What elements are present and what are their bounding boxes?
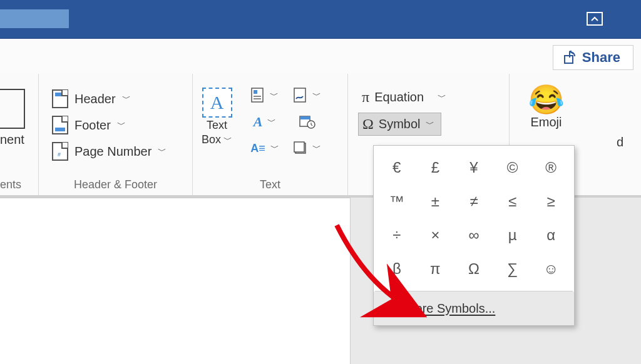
header-button[interactable]: Header ﹀	[49, 86, 136, 111]
chevron-down-icon: ﹀	[312, 143, 321, 154]
equation-button[interactable]: π Equation ﹀	[358, 86, 453, 108]
partial-text-behind-dropdown: d	[617, 135, 623, 149]
symbol-cell[interactable]: £	[416, 151, 455, 185]
comment-label-partial: nent	[0, 133, 24, 147]
svg-rect-11	[294, 142, 304, 152]
quick-parts-icon	[251, 88, 265, 104]
share-bar: Share	[0, 39, 641, 74]
drop-cap-button[interactable]: A≡ ﹀	[255, 139, 274, 158]
wordart-button[interactable]: A ﹀	[255, 113, 274, 131]
title-highlight	[0, 9, 69, 28]
chevron-down-icon: ﹀	[438, 92, 446, 103]
symbol-cell[interactable]: ≤	[493, 185, 532, 218]
symbol-cell[interactable]: ®	[531, 151, 570, 185]
symbol-cell[interactable]: π	[416, 252, 455, 286]
svg-rect-6	[294, 88, 305, 102]
emoji-button[interactable]: 😂 Emoji	[528, 85, 564, 129]
comments-group-label-partial: ents	[0, 178, 21, 191]
omega-icon: Ω	[362, 116, 374, 133]
header-icon	[52, 89, 68, 108]
footer-button[interactable]: Footer ﹀	[49, 113, 131, 138]
page-number-icon: #	[52, 142, 68, 161]
symbol-cell[interactable]: ™	[377, 185, 416, 218]
header-footer-group-label: Header & Footer	[39, 178, 192, 191]
symbol-cell[interactable]: ¥	[454, 151, 493, 185]
svg-rect-0	[587, 13, 602, 25]
text-box-label-2: Box	[202, 133, 221, 146]
comment-icon-partial[interactable]	[0, 89, 25, 129]
pi-icon: π	[362, 89, 369, 106]
symbol-dropdown: € £ ¥ © ® ™ ± ≠ ≤ ≥ ÷ × ∞ µ α β π Ω ∑ ☺ …	[373, 145, 575, 326]
text-box-label-1: Text	[207, 119, 227, 132]
symbol-cell[interactable]: µ	[493, 218, 532, 252]
quick-parts-button[interactable]: ﹀	[255, 86, 274, 105]
title-bar	[0, 0, 641, 39]
text-box-icon: A	[202, 88, 232, 118]
symbol-cell[interactable]: ∞	[454, 218, 493, 252]
signature-line-button[interactable]: ﹀	[298, 86, 317, 105]
chevron-down-icon: ﹀	[270, 143, 279, 154]
page-canvas[interactable]	[0, 198, 351, 364]
symbol-grid: € £ ¥ © ® ™ ± ≠ ≤ ≥ ÷ × ∞ µ α β π Ω ∑ ☺	[374, 146, 574, 291]
emoji-icon: 😂	[528, 85, 564, 114]
chevron-down-icon: ﹀	[122, 93, 131, 104]
symbol-cell[interactable]: €	[377, 151, 416, 185]
symbol-cell[interactable]: Ω	[454, 252, 493, 286]
symbol-cell[interactable]: ×	[416, 218, 455, 252]
ribbon-display-options-icon[interactable]	[586, 11, 603, 26]
footer-label: Footer	[74, 118, 111, 133]
svg-rect-3	[254, 90, 257, 94]
share-label: Share	[582, 49, 620, 66]
group-header-footer: Header ﹀ Footer ﹀ # Page Number ﹀ Header…	[39, 74, 193, 195]
equation-label: Equation	[374, 90, 424, 104]
symbol-cell[interactable]: α	[531, 218, 570, 252]
svg-rect-1	[565, 56, 573, 63]
chevron-down-icon: ﹀	[117, 119, 126, 131]
drop-cap-icon: A≡	[250, 142, 265, 155]
share-button[interactable]: Share	[553, 45, 633, 70]
svg-rect-5	[254, 98, 261, 99]
text-group-label: Text	[193, 178, 347, 191]
symbol-cell[interactable]: ≥	[531, 185, 570, 218]
page-number-label: Page Number	[74, 144, 151, 159]
chevron-down-icon: ﹀	[270, 90, 279, 101]
share-icon	[563, 51, 577, 64]
date-time-icon	[299, 114, 315, 129]
object-icon	[294, 141, 307, 155]
chevron-down-icon: ﹀	[426, 119, 434, 130]
more-symbols-label: More Symbols...	[405, 301, 495, 316]
svg-rect-4	[254, 96, 261, 97]
text-box-button[interactable]: A Text Box ﹀	[202, 88, 232, 146]
chevron-down-icon: ﹀	[223, 134, 232, 146]
footer-icon	[52, 116, 68, 134]
date-time-button[interactable]	[298, 113, 317, 131]
header-label: Header	[74, 92, 116, 106]
symbol-cell[interactable]: ∑	[493, 252, 532, 286]
chevron-down-icon: ﹀	[158, 146, 167, 157]
chevron-down-icon: ﹀	[312, 90, 321, 101]
group-text: A Text Box ﹀ ﹀ A ﹀ A≡ ﹀	[193, 74, 348, 195]
symbol-cell[interactable]: ©	[493, 151, 532, 185]
signature-icon	[294, 88, 307, 104]
symbol-button[interactable]: Ω Symbol ﹀	[358, 113, 441, 136]
svg-rect-8	[300, 116, 310, 119]
symbol-cell[interactable]: ☺	[531, 252, 570, 286]
emoji-label: Emoji	[530, 115, 562, 129]
more-symbols-button[interactable]: Ω More Symbols...	[374, 291, 574, 325]
omega-icon: Ω	[386, 300, 397, 317]
group-comments-partial: nent ents	[0, 74, 39, 195]
object-button[interactable]: ﹀	[298, 139, 317, 158]
symbol-label: Symbol	[379, 117, 421, 131]
symbol-cell[interactable]: ±	[416, 185, 455, 218]
chevron-down-icon: ﹀	[267, 116, 276, 128]
symbol-cell[interactable]: ÷	[377, 218, 416, 252]
symbol-cell[interactable]: ≠	[454, 185, 493, 218]
symbol-cell[interactable]: β	[377, 252, 416, 286]
wordart-icon: A	[254, 114, 263, 130]
page-number-button[interactable]: # Page Number ﹀	[49, 139, 172, 164]
